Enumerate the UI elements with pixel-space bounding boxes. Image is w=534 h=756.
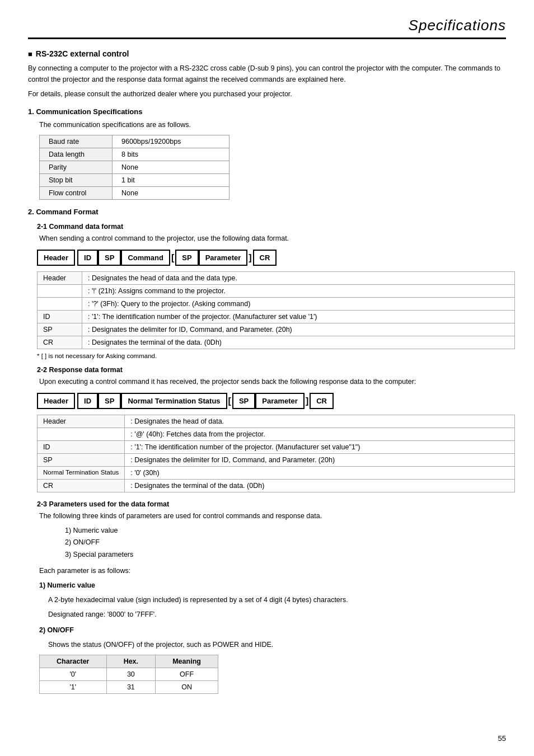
- comm-table-row: Stop bit1 bit: [40, 174, 229, 187]
- diag-bracket-close: ]: [247, 253, 252, 263]
- char-cell: '1': [40, 680, 107, 693]
- list-item: 3) Special parameters: [65, 549, 506, 561]
- resp-diagram-nts: Normal Termination Status: [121, 393, 227, 409]
- rs232c-heading: RS-232C external control: [28, 49, 506, 58]
- cmd-format-section: 2. Command Format 2-1 Command data forma…: [28, 208, 506, 694]
- row-label: ID: [38, 441, 125, 454]
- row-label: SP: [38, 323, 82, 336]
- comm-label: Flow control: [40, 187, 113, 200]
- table-row: : '!' (21h): Assigns command to the proj…: [38, 285, 515, 298]
- cmd-data-heading: 2-1 Command data format: [37, 223, 506, 231]
- onoff-table-row: '0'30OFF: [40, 668, 218, 680]
- response-data-table: Header: Designates the head of data.: '@…: [37, 415, 515, 492]
- diagram-sp2: SP: [175, 250, 198, 266]
- row-label: SP: [38, 454, 125, 467]
- comm-value: None: [113, 161, 229, 174]
- comm-table-row: Flow controlNone: [40, 187, 229, 200]
- each-param-label: Each parameter is as follows:: [39, 565, 506, 576]
- diag-bracket-open: [: [170, 253, 175, 263]
- resp-diagram-header: Header: [37, 393, 75, 409]
- row-value: : Designates the head of data and the da…: [82, 272, 515, 285]
- meaning-cell: ON: [156, 680, 218, 693]
- row-label: [38, 285, 82, 298]
- response-diagram: Header ID SP Normal Termination Status […: [37, 393, 506, 409]
- parameters-subsection: 2-3 Parameters used for the data format …: [28, 500, 506, 694]
- row-label: CR: [38, 336, 82, 349]
- diagram-id: ID: [77, 250, 98, 266]
- hex-cell: 30: [106, 668, 156, 680]
- onoff-text: Shows the status (ON/OFF) of the project…: [48, 639, 506, 650]
- onoff-col-header: Meaning: [156, 655, 218, 668]
- table-row: Header: Designates the head of data.: [38, 415, 515, 428]
- resp-bracket-close: ]: [305, 396, 310, 406]
- cmd-data-table: Header: Designates the head of data and …: [37, 271, 515, 349]
- comm-specs-heading: 1. Communication Specifications: [28, 107, 506, 116]
- onoff-table: CharacterHex.Meaning '0'30OFF'1'31ON: [39, 655, 218, 694]
- row-label: [38, 298, 82, 311]
- resp-diagram-sp1: SP: [98, 393, 121, 409]
- row-value: : '1': The identification number of the …: [82, 311, 515, 323]
- char-cell: '0': [40, 668, 107, 680]
- row-label: [38, 428, 125, 441]
- comm-value: 8 bits: [113, 148, 229, 161]
- cmd-diagram: Header ID SP Command [ SP Parameter ] CR: [37, 250, 506, 266]
- comm-label: Data length: [40, 148, 113, 161]
- row-value: : '@' (40h): Fetches data from the proje…: [125, 428, 515, 441]
- table-row: SP: Designates the delimiter for ID, Com…: [38, 323, 515, 336]
- row-label: Normal Termination Status: [38, 467, 125, 480]
- comm-table-row: ParityNone: [40, 161, 229, 174]
- row-label: Header: [38, 272, 82, 285]
- comm-table-row: Baud rate9600bps/19200bps: [40, 135, 229, 148]
- table-row: : '@' (40h): Fetches data from the proje…: [38, 428, 515, 441]
- onoff-header-row: CharacterHex.Meaning: [40, 655, 218, 668]
- comm-table-row: Data length8 bits: [40, 148, 229, 161]
- parameters-heading: 2-3 Parameters used for the data format: [37, 500, 506, 508]
- page-number: 55: [498, 734, 506, 743]
- diagram-cr: CR: [253, 250, 277, 266]
- table-row: ID: '1': The identification number of th…: [38, 441, 515, 454]
- diagram-command: Command: [121, 250, 170, 266]
- resp-diagram-sp2: SP: [232, 393, 255, 409]
- numeric-range: Designated range: '8000' to '7FFF'.: [48, 609, 506, 620]
- parameters-intro: The following three kinds of parameters …: [39, 510, 506, 522]
- comm-value: 9600bps/19200bps: [113, 135, 229, 148]
- diagram-parameter: Parameter: [199, 250, 248, 266]
- row-label: ID: [38, 311, 82, 323]
- table-row: SP: Designates the delimiter for ID, Com…: [38, 454, 515, 467]
- cmd-data-intro: When sending a control command to the pr…: [39, 233, 506, 244]
- resp-diagram-id: ID: [77, 393, 98, 409]
- param-list: 1) Numeric value2) ON/OFF3) Special para…: [48, 525, 506, 561]
- cmd-format-heading: 2. Command Format: [28, 208, 506, 216]
- cmd-data-subsection: 2-1 Command data format When sending a c…: [28, 223, 506, 359]
- row-value: : Designates the terminal of the data. (…: [125, 480, 515, 492]
- row-label: Header: [38, 415, 125, 428]
- row-value: : Designates the head of data.: [125, 415, 515, 428]
- onoff-col-header: Character: [40, 655, 107, 668]
- hex-cell: 31: [106, 680, 156, 693]
- row-value: : Designates the terminal of the data. (…: [82, 336, 515, 349]
- resp-bracket-open: [: [227, 396, 232, 406]
- page: Specifications RS-232C external control …: [0, 0, 534, 756]
- comm-specs-table: Baud rate9600bps/19200bpsData length8 bi…: [39, 135, 229, 200]
- comm-specs-intro: The communication specifications are as …: [39, 119, 506, 130]
- diagram-sp1: SP: [98, 250, 121, 266]
- comm-label: Stop bit: [40, 174, 113, 187]
- rs232c-section: RS-232C external control By connecting a…: [28, 49, 506, 100]
- list-item: 1) Numeric value: [65, 525, 506, 537]
- comm-value: 1 bit: [113, 174, 229, 187]
- numeric-text: A 2-byte hexadecimal value (sign include…: [48, 594, 506, 605]
- page-header: Specifications: [28, 17, 506, 39]
- comm-label: Parity: [40, 161, 113, 174]
- diagram-header: Header: [37, 250, 75, 266]
- onoff-heading: 2) ON/OFF: [39, 624, 506, 636]
- rs232c-intro-2: For details, please consult the authoriz…: [28, 88, 506, 100]
- comm-specs-section: 1. Communication Specifications The comm…: [28, 107, 506, 200]
- onoff-table-row: '1'31ON: [40, 680, 218, 693]
- onoff-col-header: Hex.: [106, 655, 156, 668]
- row-label: CR: [38, 480, 125, 492]
- row-value: : '!' (21h): Assigns command to the proj…: [82, 285, 515, 298]
- table-row: Normal Termination Status: '0' (30h): [38, 467, 515, 480]
- table-row: CR: Designates the terminal of the data.…: [38, 480, 515, 492]
- numeric-heading: 1) Numeric value: [39, 580, 506, 591]
- table-row: Header: Designates the head of data and …: [38, 272, 515, 285]
